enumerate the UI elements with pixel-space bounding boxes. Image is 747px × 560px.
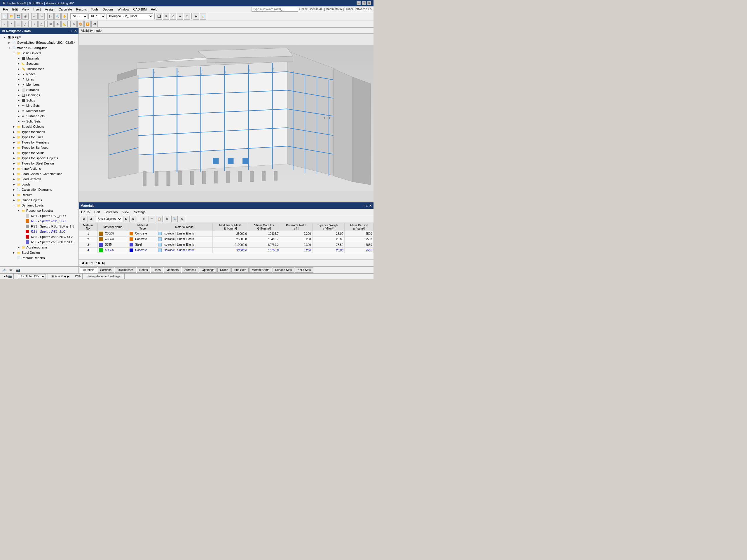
menu-help[interactable]: Help xyxy=(149,7,159,11)
tree-item-guide-objects[interactable]: ▶ 📁 Guide Objects xyxy=(0,197,78,203)
types-nodes-expander[interactable]: ▶ xyxy=(12,130,16,134)
table-row[interactable]: 3 S355 Steel Isotropic | Linear Elastic … xyxy=(79,242,374,248)
types-special-expander[interactable]: ▶ xyxy=(12,156,16,160)
tab-surfaces[interactable]: Surfaces xyxy=(182,267,199,273)
panel-tb1[interactable]: ⊞ xyxy=(141,216,147,222)
menu-cadbim[interactable]: CAD-BIM xyxy=(131,7,148,11)
wire-button[interactable]: □ xyxy=(184,13,190,20)
minimize-button[interactable]: ─ xyxy=(357,1,361,5)
panel-first-btn[interactable]: |◀ xyxy=(80,216,86,222)
view-btn[interactable]: View xyxy=(121,210,130,214)
measure-tool[interactable]: 📐 xyxy=(61,21,68,27)
table-row[interactable]: 2 C30/37 Concrete Isotropic | Linear Ela… xyxy=(79,237,374,242)
snap-grid[interactable]: ⊞ xyxy=(47,21,54,27)
tree-item-rs4[interactable]: RS4 - Spettro RSL_SLC xyxy=(0,229,78,234)
thicknesses-expander[interactable]: ▶ xyxy=(16,66,21,71)
members-expander[interactable]: ▶ xyxy=(16,82,21,87)
label-tool[interactable]: 🏷 xyxy=(91,21,98,27)
table-row[interactable]: 4 C30/37 Concrete Isotropic | Linear Ela… xyxy=(79,248,374,253)
nav-camera-icon[interactable]: 📷 xyxy=(15,267,21,273)
tree-item-load-wizards[interactable]: ▶ 📁 Load Wizards xyxy=(0,177,78,182)
print-button[interactable]: 🖨 xyxy=(22,13,29,20)
nav-minimize-btn[interactable]: ─ xyxy=(68,29,71,33)
color-settings[interactable]: 🎨 xyxy=(77,21,84,27)
pan-button[interactable]: ✋ xyxy=(61,13,68,20)
tree-item-rs3[interactable]: RS3 - Spettro RSL_SLV q=1.5 xyxy=(0,224,78,229)
menu-calculate[interactable]: Calculate xyxy=(57,7,74,11)
loads-expander[interactable]: ▶ xyxy=(12,182,16,187)
page-last-btn[interactable]: ▶| xyxy=(102,261,105,265)
menu-file[interactable]: File xyxy=(1,7,10,11)
tree-item-printout-reports[interactable]: 📄 Printout Reports xyxy=(0,255,78,261)
tree-item-sections[interactable]: ▶ 📐 Sections xyxy=(0,61,78,66)
tree-item-types-special[interactable]: ▶ 📁 Types for Special Objects xyxy=(0,156,78,161)
openings-expander[interactable]: ▶ xyxy=(16,93,21,98)
selection-btn[interactable]: Selection xyxy=(103,210,119,214)
menu-results[interactable]: Results xyxy=(74,7,89,11)
menu-tools[interactable]: Tools xyxy=(89,7,100,11)
menu-view[interactable]: View xyxy=(20,7,31,11)
snap-node[interactable]: ⊕ xyxy=(54,21,61,27)
calc-diagrams-expander[interactable]: ▶ xyxy=(12,187,16,192)
menu-assign[interactable]: Assign xyxy=(43,7,56,11)
panel-tb6[interactable]: ⚙ xyxy=(179,216,185,222)
tree-item-solid-sets[interactable]: ▶ ✏ Solid Sets xyxy=(0,119,78,124)
viewport-3d[interactable]: ◀ ▶ xyxy=(79,33,374,202)
nav-eye-icon[interactable]: 👁 xyxy=(8,267,14,273)
tree-item-response-spectra[interactable]: ▾ 📁 Response Spectra xyxy=(0,208,78,213)
tree-item-types-lines[interactable]: ▶ 📁 Types for Lines xyxy=(0,134,78,140)
node-tool[interactable]: • xyxy=(1,21,7,27)
tree-item-basic-objects[interactable]: ▾ 📁 Basic Objects xyxy=(0,50,78,56)
tree-item-surface-sets[interactable]: ▶ ✏ Surface Sets xyxy=(0,113,78,119)
panel-filter-combo[interactable]: Basic Objects xyxy=(95,216,122,222)
lines-expander[interactable]: ▶ xyxy=(16,77,21,82)
volano-expander[interactable]: ▾ xyxy=(7,46,12,50)
tree-item-volano[interactable]: ▾ 📄 Volano Building.rf6* xyxy=(0,45,78,50)
results-button[interactable]: 📊 xyxy=(200,13,206,20)
panel-tb2[interactable]: ✏ xyxy=(149,216,155,222)
line-sets-expander[interactable]: ▶ xyxy=(16,103,21,108)
tree-item-openings[interactable]: ▶ 🔲 Openings xyxy=(0,92,78,98)
tree-item-member-sets[interactable]: ▶ ✏ Member Sets xyxy=(0,108,78,113)
undo-button[interactable]: ↩ xyxy=(31,13,37,20)
tree-item-solids[interactable]: ▶ ⬛ Solids xyxy=(0,98,78,103)
tab-members[interactable]: Members xyxy=(164,267,181,273)
panel-close-btn[interactable]: ✕ xyxy=(369,204,372,208)
nav-restore-btn[interactable]: □ xyxy=(71,29,73,33)
tab-nodes[interactable]: Nodes xyxy=(137,267,151,273)
materials-expander[interactable]: ▶ xyxy=(16,56,21,61)
tree-item-members[interactable]: ▶ ╱ Members xyxy=(0,82,78,87)
dynamic-loads-expander[interactable]: ▾ xyxy=(12,203,16,208)
tab-materials[interactable]: Materials xyxy=(80,267,97,273)
filter-tool[interactable]: 🔽 xyxy=(84,21,91,27)
seis-combo[interactable]: SEIS xyxy=(70,14,88,19)
tab-lines[interactable]: Lines xyxy=(151,267,163,273)
tree-item-types-solids[interactable]: ▶ 📁 Types for Solids xyxy=(0,150,78,156)
view-xz-button[interactable]: Z xyxy=(170,13,176,20)
page-first-btn[interactable]: |◀ xyxy=(80,261,84,265)
nav-close-btn[interactable]: ✕ xyxy=(74,29,77,33)
tree-item-thicknesses[interactable]: ▶ 📏 Thicknesses xyxy=(0,66,78,72)
tree-item-rs1[interactable]: RS1 - Spettro RSL_SLO xyxy=(0,213,78,218)
tab-line-sets[interactable]: Line Sets xyxy=(231,267,249,273)
tree-item-results[interactable]: ▶ 📁 Results xyxy=(0,192,78,197)
zoom-button[interactable]: 🔍 xyxy=(54,13,61,20)
surface-sets-expander[interactable]: ▶ xyxy=(16,114,21,118)
goto-btn[interactable]: Go To xyxy=(80,210,91,214)
tree-item-types-nodes[interactable]: ▶ 📁 Types for Nodes xyxy=(0,129,78,134)
tree-item-imperfections[interactable]: ▶ 📁 Imperfections xyxy=(0,166,78,171)
special-objects-expander[interactable]: ▶ xyxy=(12,124,16,129)
tree-item-rs5[interactable]: RS5 - Spettro cat B NTC SLV xyxy=(0,234,78,239)
nodes-expander[interactable]: ▶ xyxy=(16,72,21,76)
rc-combo[interactable]: RC7 xyxy=(88,14,106,19)
tree-item-types-steel[interactable]: ▶ 📁 Types for Steel Design xyxy=(0,161,78,166)
tree-item-lines[interactable]: ▶ / Lines xyxy=(0,77,78,82)
tab-thicknesses[interactable]: Thicknesses xyxy=(115,267,136,273)
tree-item-surfaces[interactable]: ▶ ⬜ Surfaces xyxy=(0,87,78,92)
edit-btn[interactable]: Edit xyxy=(93,210,101,214)
tree-item-types-members[interactable]: ▶ 📁 Types for Members xyxy=(0,140,78,145)
tree-item-rs6[interactable]: RS6 - Spettro cat B NTC SLO xyxy=(0,239,78,245)
tree-item-rs2[interactable]: RS2 - Spettro RSL_SLD xyxy=(0,218,78,224)
tree-item-steel-design[interactable]: ▶ 📁 Steel Design xyxy=(0,250,78,255)
panel-next-btn[interactable]: ▶ xyxy=(123,216,130,222)
